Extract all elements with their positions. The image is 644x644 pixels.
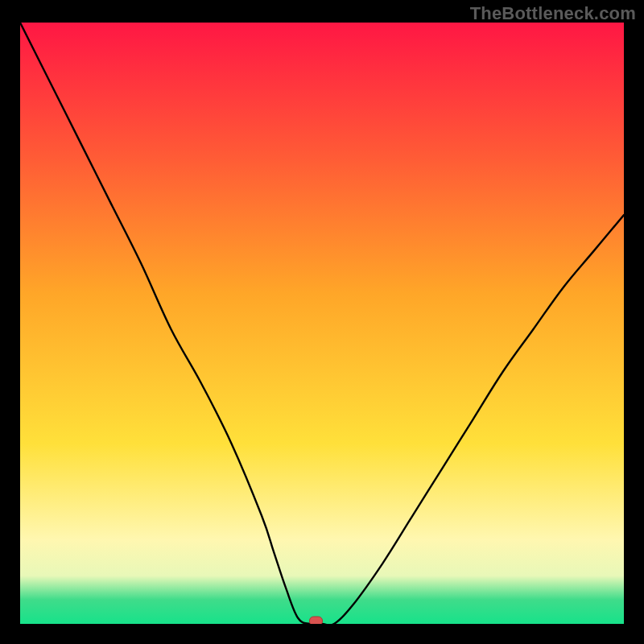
chart-frame: TheBottleneck.com [0,0,644,644]
bottleneck-curve-chart [20,23,624,624]
plot-area [20,23,624,624]
optimum-marker [310,617,323,624]
gradient-background [20,23,624,624]
watermark-text: TheBottleneck.com [470,3,636,24]
